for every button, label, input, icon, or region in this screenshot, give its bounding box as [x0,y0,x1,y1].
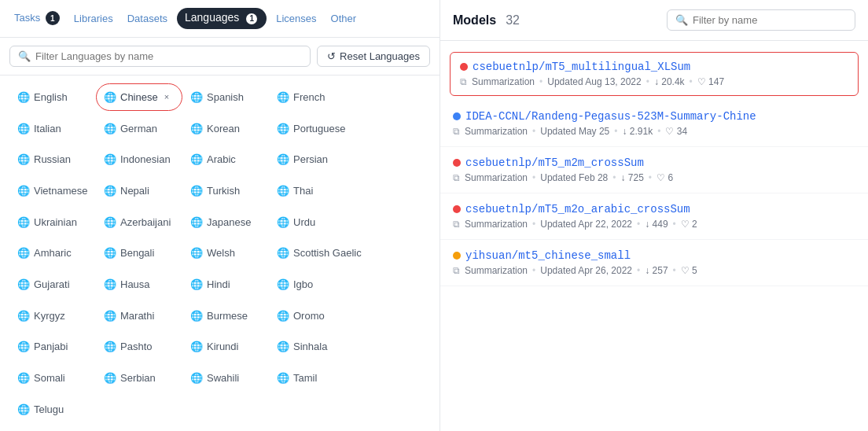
model-name-link[interactable]: yihsuan/mt5_chinese_small [465,249,631,262]
lang-item-tamil[interactable]: 🌐Tamil [269,364,355,392]
lang-item-ukrainian[interactable]: 🌐Ukrainian [9,208,96,236]
nav-other[interactable]: Other [326,9,362,28]
lang-item-japanese[interactable]: 🌐Japanese [182,208,269,236]
nav-licenses[interactable]: Licenses [271,9,321,28]
separator: • [690,76,693,87]
lang-item-hindi[interactable]: 🌐Hindi [182,271,269,299]
globe-icon: 🌐 [104,123,116,134]
lang-item-panjabi[interactable]: 🌐Panjabi [9,333,96,361]
filter-languages-input[interactable] [35,50,302,62]
globe-icon: 🌐 [190,91,203,103]
lang-label: Sinhala [293,341,327,352]
model-item[interactable]: csebuetnlp/mT5_multilingual_XLSum⧉Summar… [450,52,859,96]
globe-icon: 🌐 [190,185,203,197]
nav-libraries[interactable]: Libraries [69,9,118,28]
globe-icon: 🌐 [104,91,116,103]
lang-label: Hindi [207,278,230,290]
lang-item-igbo[interactable]: 🌐Igbo [269,271,355,299]
lang-item-marathi[interactable]: 🌐Marathi [96,301,182,330]
lang-item-serbian[interactable]: 🌐Serbian [96,364,182,392]
lang-item-spanish[interactable]: 🌐Spanish [182,83,269,112]
lang-item-persian[interactable]: 🌐Persian [269,146,355,174]
model-name-link[interactable]: csebuetnlp/mT5_m2o_arabic_crossSum [465,203,690,216]
model-item[interactable]: yihsuan/mt5_chinese_small⧉Summarization•… [440,240,868,286]
lang-item-russian[interactable]: 🌐Russian [9,146,96,174]
copy-icon: ⧉ [453,265,460,276]
lang-item-thai[interactable]: 🌐Thai [269,177,355,205]
reset-icon: ↺ [327,50,336,62]
status-dot [453,112,461,120]
lang-label: Urdu [293,216,315,228]
lang-item-turkish[interactable]: 🌐Turkish [182,177,269,205]
lang-label: Somali [34,372,65,384]
lang-item-english[interactable]: 🌐English [9,83,96,112]
nav-languages[interactable]: Languages 1 [177,8,267,29]
lang-item-vietnamese[interactable]: 🌐Vietnamese [9,177,96,205]
lang-label: Indonesian [120,153,171,165]
lang-label: Oromo [293,310,325,322]
lang-item-sinhala[interactable]: 🌐Sinhala [269,333,355,361]
separator: • [646,76,649,87]
lang-label: Hausa [120,278,150,290]
filter-name-wrap[interactable]: 🔍 [667,9,855,31]
model-item[interactable]: IDEA-CCNL/Randeng-Pegasus-523M-Summary-C… [440,101,868,147]
globe-icon: 🌐 [104,341,116,352]
model-item[interactable]: csebuetnlp/mT5_m2m_crossSum⧉Summarizatio… [440,147,868,193]
globe-icon: 🌐 [17,372,30,384]
lang-item-pashto[interactable]: 🌐Pashto [96,333,182,361]
copy-icon: ⧉ [453,172,460,183]
lang-item-kirundi[interactable]: 🌐Kirundi [182,333,269,361]
lang-label: Portuguese [293,123,346,134]
filter-input-wrap[interactable]: 🔍 [9,46,311,67]
lang-item-scottish-gaelic[interactable]: 🌐Scottish Gaelic [269,239,370,267]
lang-item-arabic[interactable]: 🌐Arabic [182,146,269,174]
model-name-link[interactable]: IDEA-CCNL/Randeng-Pegasus-523M-Summary-C… [465,110,756,123]
lang-item-nepali[interactable]: 🌐Nepali [96,177,182,205]
lang-label: Panjabi [34,341,68,352]
model-name-row: IDEA-CCNL/Randeng-Pegasus-523M-Summary-C… [453,110,855,123]
lang-item-azerbaijani[interactable]: 🌐Azerbaijani [96,208,182,236]
globe-icon: 🌐 [17,185,30,197]
remove-lang-icon[interactable]: × [164,92,169,101]
lang-item-oromo[interactable]: 🌐Oromo [269,301,355,330]
globe-icon: 🌐 [17,278,30,290]
reset-languages-button[interactable]: ↺ Reset Languages [317,46,430,67]
lang-label: Ukrainian [34,216,77,228]
separator: • [532,265,535,276]
globe-icon: 🌐 [277,278,289,290]
lang-item-amharic[interactable]: 🌐Amharic [9,239,96,267]
globe-icon: 🌐 [17,123,30,134]
model-name-link[interactable]: csebuetnlp/mT5_multilingual_XLSum [473,61,690,73]
nav-tasks[interactable]: Tasks 1 [9,8,64,28]
model-item[interactable]: csebuetnlp/mT5_m2o_arabic_crossSum⧉Summa… [440,193,868,240]
lang-label: Thai [293,185,313,197]
lang-item-korean[interactable]: 🌐Korean [182,114,269,142]
lang-item-german[interactable]: 🌐German [96,114,182,142]
lang-item-gujarati[interactable]: 🌐Gujarati [9,271,96,299]
status-dot [453,159,461,167]
lang-label: Telugu [34,403,64,415]
lang-item-telugu[interactable]: 🌐Telugu [9,395,96,423]
lang-item-hausa[interactable]: 🌐Hausa [96,271,182,299]
globe-icon: 🌐 [277,341,289,352]
lang-item-swahili[interactable]: 🌐Swahili [182,364,269,392]
model-type: Summarization [465,219,528,230]
lang-item-indonesian[interactable]: 🌐Indonesian [96,146,182,174]
lang-item-bengali[interactable]: 🌐Bengali [96,239,182,267]
nav-datasets[interactable]: Datasets [123,9,172,28]
model-meta: ⧉Summarization•Updated Aug 13, 2022•↓ 20… [460,76,848,87]
lang-item-kyrgyz[interactable]: 🌐Kyrgyz [9,301,96,330]
lang-label: Italian [34,123,61,134]
lang-item-chinese[interactable]: 🌐Chinese× [96,83,182,112]
lang-item-welsh[interactable]: 🌐Welsh [182,239,269,267]
lang-item-burmese[interactable]: 🌐Burmese [182,301,269,330]
lang-item-italian[interactable]: 🌐Italian [9,114,96,142]
lang-item-portuguese[interactable]: 🌐Portuguese [269,114,355,142]
model-name-link[interactable]: csebuetnlp/mT5_m2m_crossSum [465,157,644,169]
globe-icon: 🌐 [277,123,289,134]
globe-icon: 🌐 [104,153,116,165]
lang-item-urdu[interactable]: 🌐Urdu [269,208,355,236]
lang-item-french[interactable]: 🌐French [269,83,355,112]
filter-name-input[interactable] [693,14,847,26]
lang-item-somali[interactable]: 🌐Somali [9,364,96,392]
